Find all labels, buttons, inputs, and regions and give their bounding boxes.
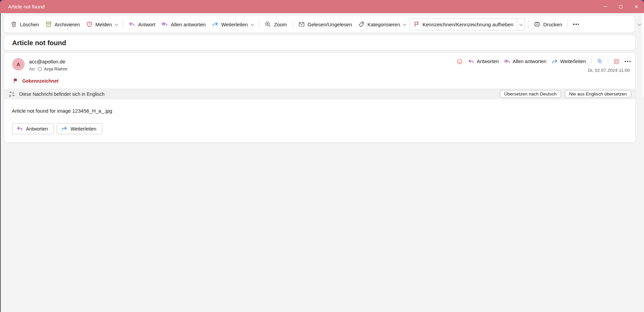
message-card: A acc@apollon.de An: Anja Riehm [4, 53, 635, 142]
more-dots-icon [573, 24, 579, 25]
read-unread-button[interactable]: Gelesen/Ungelesen [295, 19, 355, 30]
read-unread-label: Gelesen/Ungelesen [308, 22, 352, 27]
window-content: Löschen Archivieren [0, 13, 644, 312]
chevron-down-icon [115, 22, 118, 25]
reply-footer-button[interactable]: Antworten [12, 123, 54, 134]
translation-bar: a A Diese Nachricht befindet sich in Eng… [4, 88, 635, 100]
forward-link[interactable]: Weiterleiten [552, 58, 586, 65]
to-label: An: [29, 66, 36, 72]
window-controls: ✕ [597, 0, 644, 13]
chevron-down-icon [251, 22, 254, 25]
flag-unflag-button[interactable]: Kennzeichnen/Kennzeichnung aufheben [410, 18, 525, 30]
translate-icon: a A [8, 90, 16, 97]
reply-all-arrow-icon [504, 58, 510, 65]
message-footer-actions: Antworten Weiterleiten [4, 114, 635, 139]
smiley-icon [456, 58, 463, 65]
archive-box-icon [45, 21, 52, 28]
delete-button[interactable]: Löschen [7, 19, 42, 30]
chevron-down-icon [403, 22, 406, 25]
envelope-icon [298, 21, 305, 28]
svg-text:A: A [12, 91, 15, 94]
print-button[interactable]: Drucken [531, 19, 565, 30]
flag-unflag-label: Kennzeichnen/Kennzeichnung aufheben [423, 22, 513, 27]
close-button[interactable]: ✕ [628, 0, 644, 13]
reply-all-arrow-icon [161, 21, 168, 28]
scrollbar[interactable] [641, 13, 644, 98]
flag-status-row: Gekennzeichnet [4, 73, 635, 87]
svg-text:a: a [9, 93, 11, 97]
minimize-button[interactable] [597, 0, 613, 13]
more-dots-icon [625, 61, 631, 62]
header-divider [608, 58, 608, 65]
reply-button-toolbar[interactable]: Antwort [125, 19, 158, 30]
translation-text: Diese Nachricht befindet sich in Englisc… [19, 91, 105, 97]
forward-footer-button[interactable]: Weiterleiten [57, 123, 102, 134]
flag-filled-icon [13, 78, 19, 84]
reply-label: Antwort [138, 22, 155, 27]
presence-circle-icon [37, 67, 42, 72]
reply-link[interactable]: Antworten [468, 58, 499, 65]
report-label: Melden [95, 22, 112, 27]
avatar-letter: A [17, 61, 20, 67]
minimize-icon [604, 6, 607, 7]
flag-dropdown-button[interactable] [517, 19, 525, 30]
apps-grid-button[interactable] [613, 58, 620, 65]
toolbar-divider [528, 20, 528, 29]
message-body: Article not found for image 123456_H_a_.… [4, 100, 635, 114]
maximize-icon [619, 5, 622, 8]
maximize-button[interactable] [613, 0, 628, 13]
reply-arrow-icon [17, 125, 23, 132]
close-icon: ✕ [634, 4, 638, 9]
forward-arrow-icon [552, 58, 558, 65]
subject-title: Article not found [12, 39, 66, 47]
tag-icon [358, 21, 365, 28]
reply-all-button-toolbar[interactable]: Allen antworten [158, 19, 208, 30]
categorize-button[interactable]: Kategorisieren [355, 19, 409, 30]
overlapping-diamonds-icon [596, 58, 603, 65]
apps-diamonds-button[interactable] [596, 58, 603, 65]
forward-footer-label: Weiterleiten [71, 126, 96, 132]
chevron-down-icon [637, 22, 641, 26]
printer-icon [534, 21, 540, 28]
reply-all-label: Allen antworten [171, 22, 205, 27]
reply-all-link[interactable]: Allen antworten [504, 58, 547, 65]
forward-button-toolbar[interactable]: Weiterleiten [209, 19, 256, 30]
archive-button[interactable]: Archivieren [42, 19, 83, 30]
forward-link-label: Weiterleiten [560, 59, 586, 64]
header-divider [591, 58, 591, 65]
archive-label: Archivieren [55, 22, 80, 27]
add-reaction-button[interactable] [456, 58, 463, 65]
recipient-name[interactable]: Anja Riehm [44, 66, 67, 72]
more-options-button[interactable] [570, 21, 582, 27]
sender-avatar[interactable]: A [12, 58, 25, 70]
flag-outline-icon [413, 21, 420, 28]
message-more-options-button[interactable] [625, 61, 631, 62]
reply-arrow-icon [129, 21, 135, 28]
titlebar: Article not found ✕ [0, 0, 644, 13]
delete-label: Löschen [20, 22, 39, 27]
reply-footer-label: Antworten [26, 126, 48, 132]
reply-all-link-label: Allen antworten [513, 59, 547, 64]
toolbar-divider [567, 20, 568, 29]
forward-label: Weiterleiten [221, 22, 248, 27]
report-button[interactable]: Melden [83, 19, 121, 30]
reply-arrow-icon [468, 58, 474, 65]
print-label: Drucken [543, 22, 562, 27]
sender-email[interactable]: acc@apollon.de [29, 59, 67, 64]
toolbar-divider [123, 20, 123, 29]
outlook-message-window: Article not found ✕ Löschen [0, 0, 644, 312]
magnifier-zoom-icon [264, 21, 271, 28]
grid-apps-icon [613, 58, 620, 65]
categorize-label: Kategorisieren [367, 22, 400, 27]
subject-card: Article not found [4, 35, 635, 50]
chevron-down-icon [520, 22, 523, 25]
translate-to-german-button[interactable]: Übersetzen nach Deutsch [500, 90, 561, 98]
never-translate-button[interactable]: Nie aus Englisch übersetzen [565, 90, 631, 98]
toolbar-divider [259, 20, 259, 29]
message-actions: Antworten Allen antworten [456, 58, 631, 65]
zoom-button[interactable]: Zoom [261, 19, 290, 30]
ribbon-toolbar: Löschen Archivieren [4, 16, 635, 33]
report-shield-icon [86, 21, 93, 28]
forward-arrow-icon [212, 21, 219, 28]
message-date: Di, 02.07.2024 11:00 [456, 68, 631, 73]
